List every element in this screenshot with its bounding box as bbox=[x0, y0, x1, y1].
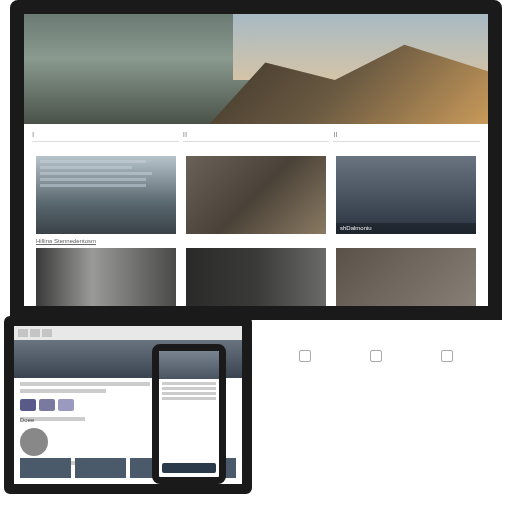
card-caption: shDalmoniu bbox=[336, 223, 476, 234]
card-landscape[interactable]: shDalmoniu bbox=[336, 156, 476, 234]
phone-action-button[interactable] bbox=[162, 463, 216, 473]
text-line bbox=[162, 397, 216, 400]
toolbar-button[interactable] bbox=[30, 329, 40, 337]
share-icon[interactable] bbox=[299, 350, 311, 362]
card-grid-row-1: shDalmoniu bbox=[24, 146, 488, 244]
text-line bbox=[162, 387, 216, 390]
phone-body bbox=[159, 379, 219, 405]
bookmark-icon[interactable] bbox=[370, 350, 382, 362]
label: Doee bbox=[20, 417, 85, 421]
toolbar-button[interactable] bbox=[18, 329, 28, 337]
phone-frame bbox=[152, 344, 226, 484]
text-line bbox=[162, 392, 216, 395]
text-line bbox=[20, 389, 106, 393]
card-caption: Olmirannore lenrsonad bbox=[272, 309, 323, 314]
tab-1[interactable]: I bbox=[32, 128, 179, 142]
card-people-1[interactable] bbox=[36, 248, 176, 316]
card-rock[interactable] bbox=[186, 156, 326, 234]
toolbar-button[interactable] bbox=[42, 329, 52, 337]
thumb[interactable] bbox=[20, 458, 71, 478]
tab-2[interactable]: II bbox=[183, 128, 330, 142]
thumb[interactable] bbox=[75, 458, 126, 478]
phone-hero bbox=[159, 351, 219, 379]
more-icon[interactable] bbox=[441, 350, 453, 362]
card-people-2[interactable]: Olmirannore lenrsonad bbox=[186, 248, 326, 316]
laptop-frame: I II II shDalmoniu Hillina Stennedentosm… bbox=[10, 0, 502, 320]
pill-button[interactable] bbox=[20, 399, 36, 411]
card-people-3[interactable]: Oonllilinost Ecabend bbox=[336, 248, 476, 316]
text-lines bbox=[40, 160, 172, 190]
text-line bbox=[162, 382, 216, 385]
tab-row: I II II bbox=[24, 124, 488, 146]
card-caption: Oonllilinost Ecabend bbox=[427, 309, 473, 314]
tab-3[interactable]: II bbox=[333, 128, 480, 142]
text-line bbox=[20, 382, 150, 386]
pill-button[interactable] bbox=[39, 399, 55, 411]
action-icon-bar bbox=[270, 350, 482, 362]
card-text-preview[interactable] bbox=[36, 156, 176, 234]
avatar-circle[interactable] bbox=[20, 428, 48, 456]
card-grid-row-2: Olmirannore lenrsonad Oonllilinost Ecabe… bbox=[24, 244, 488, 320]
pill-button[interactable] bbox=[58, 399, 74, 411]
hero-banner bbox=[24, 14, 488, 124]
tablet-toolbar bbox=[14, 326, 242, 340]
